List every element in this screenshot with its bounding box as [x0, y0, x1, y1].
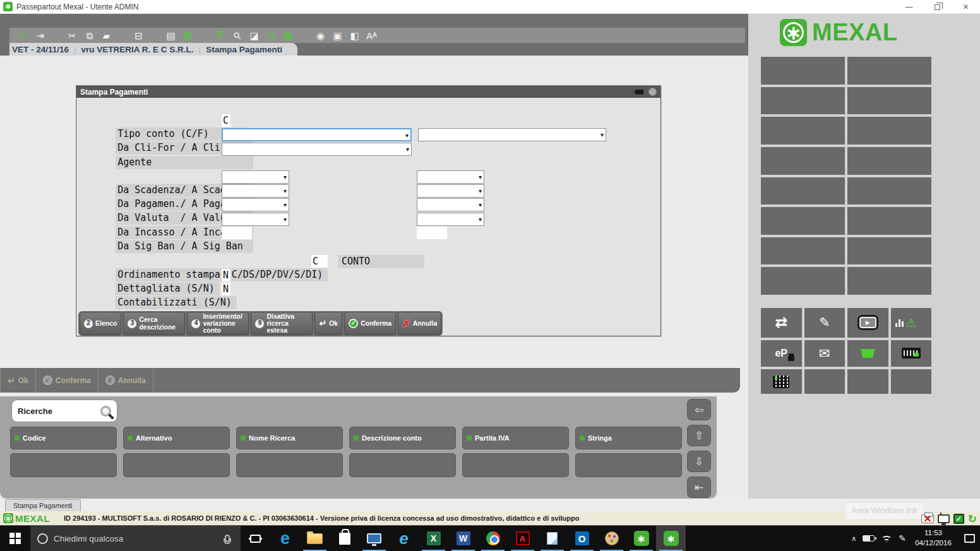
a-sigban-input[interactable]	[417, 227, 447, 239]
home-icon[interactable]: ⌂	[16, 28, 30, 43]
copy-icon[interactable]: ⧉	[82, 28, 97, 43]
exit-icon[interactable]: ⇥	[33, 28, 47, 43]
elenco-button[interactable]: 2 Elenco	[80, 312, 121, 335]
stats-warning-icon[interactable]: ⚠	[891, 308, 932, 338]
sidebar-slot[interactable]	[761, 267, 845, 295]
keypad-icon[interactable]	[761, 369, 802, 394]
minimize-button[interactable]: —	[895, 0, 923, 14]
chrome-icon[interactable]	[478, 526, 508, 551]
close-button[interactable]: ✕	[952, 0, 980, 14]
file-explorer-icon[interactable]	[300, 526, 330, 551]
factory-transfer-icon[interactable]: ⇄	[761, 308, 802, 338]
mexal-taskbar-active-icon[interactable]: ∗	[656, 526, 686, 551]
a-incasso-combo[interactable]	[417, 213, 484, 226]
tipo-conto-input[interactable]: C	[222, 114, 230, 127]
remote-desktop-icon[interactable]	[359, 526, 389, 551]
sidebar-slot[interactable]	[761, 117, 845, 145]
notebook-icon[interactable]: ▥	[181, 28, 195, 43]
epayment-lock-icon[interactable]: eP	[761, 340, 802, 367]
back-button[interactable]: ⇦	[687, 399, 711, 420]
conferma-button-disabled[interactable]: ✓ Conferma	[36, 368, 99, 393]
outlook-icon[interactable]: O	[567, 526, 597, 551]
tasks-done-icon[interactable]: ✓	[953, 514, 964, 524]
disattiva-ricerca-estesa-button[interactable]: 9 Disattiva ricerca estesa	[251, 312, 313, 335]
cerca-descrizione-button[interactable]: 3 Cerca descrizione	[123, 312, 185, 335]
wifi-icon[interactable]	[881, 535, 892, 543]
search-result-slot[interactable]	[462, 453, 569, 477]
contabilizzati-input[interactable]: N	[222, 283, 230, 295]
acrobat-icon[interactable]: A	[508, 526, 537, 551]
restore-button[interactable]	[923, 0, 952, 14]
sidebar-slot[interactable]	[847, 177, 931, 205]
taskbar-clock[interactable]: 11:53 04/12/2016	[912, 528, 954, 548]
alternativo-button[interactable]: Alternativo	[123, 427, 230, 449]
sidebar-slot[interactable]	[847, 57, 931, 85]
print-icon[interactable]: ⊟	[131, 28, 146, 43]
da-valuta-combo[interactable]	[222, 198, 289, 211]
search-result-slot[interactable]	[123, 453, 230, 477]
agente-combo[interactable]	[222, 143, 412, 156]
microphone-icon[interactable]	[225, 535, 230, 542]
monitor-icon[interactable]	[938, 514, 950, 523]
contrast-icon[interactable]: ◧	[347, 28, 362, 43]
da-sigban-input[interactable]	[222, 227, 252, 239]
sidebar-slot[interactable]	[761, 57, 845, 85]
calculator-icon[interactable]: ▦	[281, 28, 296, 43]
a-pagamento-combo[interactable]	[417, 184, 484, 198]
active-session-tab[interactable]: VET - 24/11/16 | vru VETRERIA R. E C S.R…	[9, 43, 297, 56]
stringa-button[interactable]: Stringa	[575, 427, 682, 449]
a-scadenza-combo[interactable]	[417, 170, 484, 184]
notepad-icon[interactable]	[537, 526, 567, 551]
search-result-slot[interactable]	[349, 453, 456, 477]
basket-icon[interactable]	[847, 340, 888, 367]
dialog-circle-button[interactable]	[648, 88, 657, 96]
cortana-search-input[interactable]: Chiedimi qualcosa	[30, 526, 241, 551]
battery-icon[interactable]	[863, 535, 875, 542]
annulla-button-disabled[interactable]: ✗ Annulla	[99, 368, 153, 393]
printer-error-icon[interactable]	[921, 514, 934, 523]
help-icon[interactable]: ?	[213, 28, 227, 43]
ok-button[interactable]: ↵ Ok	[314, 312, 342, 335]
dettagliata-input[interactable]: N	[222, 269, 230, 281]
mail-icon[interactable]: ✉	[804, 340, 846, 367]
search-result-slot[interactable]	[236, 453, 343, 477]
open-folder-icon[interactable]: ▰	[99, 28, 114, 43]
sidebar-slot[interactable]	[847, 117, 931, 145]
nome-ricerca-button[interactable]: Nome Ricerca	[236, 427, 343, 449]
screen-pointer-icon[interactable]: ▣	[330, 28, 345, 43]
page-tab[interactable]: Stampa Pagamenti	[5, 499, 81, 511]
windows-ink-pen-icon[interactable]: ✎	[899, 533, 906, 543]
da-pagamento-combo[interactable]	[222, 184, 289, 198]
empty-launcher-slot[interactable]	[891, 369, 932, 394]
start-button[interactable]	[0, 526, 30, 551]
ricerche-search-input[interactable]: Ricerche	[11, 400, 117, 422]
sidebar-slot[interactable]	[761, 177, 845, 205]
da-clifor-combo[interactable]	[222, 128, 412, 141]
sidebar-slot[interactable]	[847, 87, 931, 115]
sidebar-slot[interactable]	[761, 147, 845, 175]
da-incasso-combo[interactable]	[222, 213, 289, 226]
mexal-taskbar-icon[interactable]: ∗	[626, 526, 656, 551]
sidebar-slot[interactable]	[761, 87, 845, 115]
search-result-slot[interactable]	[10, 453, 117, 477]
sync-icon[interactable]: ↻	[968, 512, 977, 525]
a-clifor-combo[interactable]	[418, 128, 606, 141]
record-icon[interactable]: ◉	[313, 28, 328, 43]
inserimento-variazione-conto-button[interactable]: 4 Inserimento/ variazione conto	[187, 312, 249, 335]
video-tutorial-icon[interactable]: ▶	[847, 308, 888, 338]
annulla-button[interactable]: ✗ Annulla	[398, 312, 441, 335]
sidebar-slot[interactable]	[847, 237, 931, 265]
action-center-icon[interactable]	[964, 534, 975, 543]
store-icon[interactable]	[330, 526, 359, 551]
word-icon[interactable]: W	[448, 526, 478, 551]
excel-icon[interactable]: X	[419, 526, 448, 551]
da-scadenza-combo[interactable]	[222, 170, 289, 184]
empty-launcher-slot[interactable]	[804, 369, 846, 394]
first-page-button[interactable]: ⇤	[687, 477, 711, 498]
font-size-icon[interactable]: Aᴬ	[364, 28, 379, 43]
descrizione-conto-button[interactable]: Descrizione conto	[349, 427, 456, 449]
eraser-icon[interactable]: ◪	[247, 28, 261, 43]
sidebar-slot[interactable]	[847, 147, 931, 175]
pin-icon[interactable]	[634, 90, 643, 95]
ordinamento-input[interactable]: C	[311, 255, 328, 268]
